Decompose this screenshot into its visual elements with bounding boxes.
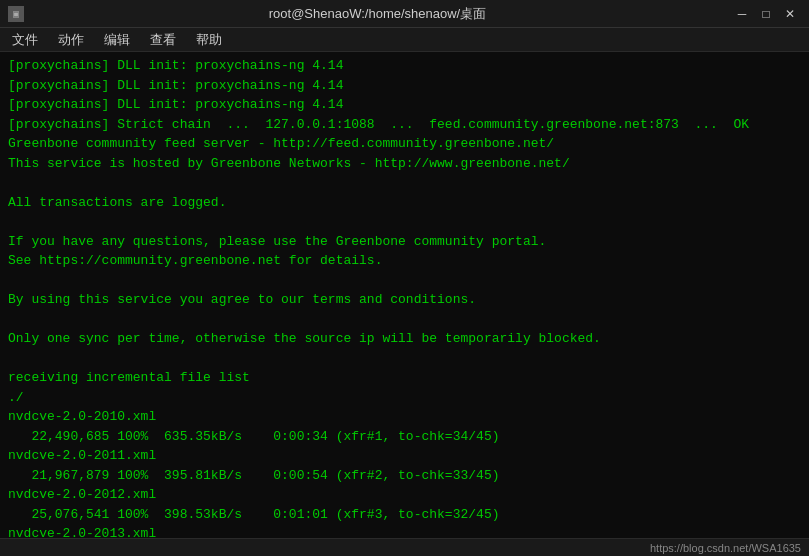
terminal-line: [proxychains] DLL init: proxychains-ng 4…	[8, 95, 801, 115]
terminal-line: Only one sync per time, otherwise the so…	[8, 329, 801, 349]
title-bar-left: ▣	[8, 6, 24, 22]
title-bar: ▣ root@ShenaoW:/home/shenaow/桌面 ─ □ ✕	[0, 0, 809, 28]
window-icon: ▣	[8, 6, 24, 22]
menu-bar: 文件 动作 编辑 查看 帮助	[0, 28, 809, 52]
terminal-line: [proxychains] DLL init: proxychains-ng 4…	[8, 76, 801, 96]
terminal-line: nvdcve-2.0-2010.xml	[8, 407, 801, 427]
menu-help[interactable]: 帮助	[192, 29, 226, 51]
terminal-window: ▣ root@ShenaoW:/home/shenaow/桌面 ─ □ ✕ 文件…	[0, 0, 809, 556]
terminal-line	[8, 173, 801, 193]
terminal-line: This service is hosted by Greenbone Netw…	[8, 154, 801, 174]
menu-action[interactable]: 动作	[54, 29, 88, 51]
menu-view[interactable]: 查看	[146, 29, 180, 51]
menu-file[interactable]: 文件	[8, 29, 42, 51]
terminal-line: If you have any questions, please use th…	[8, 232, 801, 252]
terminal-line: ./	[8, 388, 801, 408]
terminal-line	[8, 349, 801, 369]
terminal-line: 25,076,541 100% 398.53kB/s 0:01:01 (xfr#…	[8, 505, 801, 525]
maximize-button[interactable]: □	[755, 4, 777, 24]
terminal-line: nvdcve-2.0-2013.xml	[8, 524, 801, 538]
close-button[interactable]: ✕	[779, 4, 801, 24]
status-url: https://blog.csdn.net/WSA1635	[650, 542, 801, 554]
menu-edit[interactable]: 编辑	[100, 29, 134, 51]
terminal-line: nvdcve-2.0-2012.xml	[8, 485, 801, 505]
terminal-line: receiving incremental file list	[8, 368, 801, 388]
terminal-line: 21,967,879 100% 395.81kB/s 0:00:54 (xfr#…	[8, 466, 801, 486]
minimize-button[interactable]: ─	[731, 4, 753, 24]
title-bar-controls: ─ □ ✕	[731, 4, 801, 24]
terminal-output: [proxychains] DLL init: proxychains-ng 4…	[0, 52, 809, 538]
terminal-line	[8, 212, 801, 232]
terminal-line: 22,490,685 100% 635.35kB/s 0:00:34 (xfr#…	[8, 427, 801, 447]
terminal-line: All transactions are logged.	[8, 193, 801, 213]
window-icon-symbol: ▣	[13, 8, 19, 20]
terminal-line: [proxychains] Strict chain ... 127.0.0.1…	[8, 115, 801, 135]
status-bar: https://blog.csdn.net/WSA1635	[0, 538, 809, 556]
terminal-line: By using this service you agree to our t…	[8, 290, 801, 310]
terminal-line: See https://community.greenbone.net for …	[8, 251, 801, 271]
terminal-line: [proxychains] DLL init: proxychains-ng 4…	[8, 56, 801, 76]
window-title: root@ShenaoW:/home/shenaow/桌面	[24, 5, 731, 23]
terminal-line: nvdcve-2.0-2011.xml	[8, 446, 801, 466]
terminal-line	[8, 310, 801, 330]
terminal-line: Greenbone community feed server - http:/…	[8, 134, 801, 154]
terminal-line	[8, 271, 801, 291]
